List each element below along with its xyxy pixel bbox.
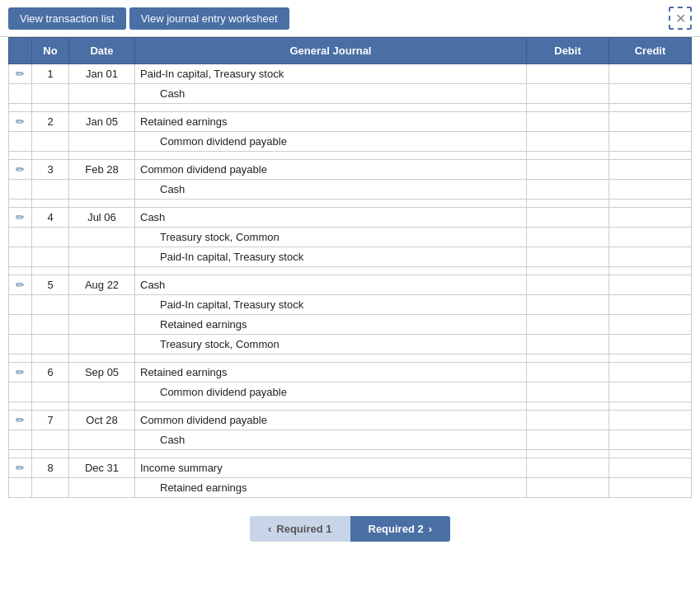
journal-entry: Cash bbox=[135, 84, 527, 104]
debit-cell[interactable] bbox=[527, 335, 609, 354]
credit-cell[interactable] bbox=[609, 247, 692, 267]
credit-cell[interactable] bbox=[609, 132, 692, 152]
spacer-cell bbox=[9, 200, 32, 208]
row-number: 7 bbox=[32, 411, 69, 430]
prev-button[interactable]: ‹ Required 1 bbox=[250, 516, 350, 542]
col-header-edit bbox=[9, 38, 32, 64]
pencil-icon[interactable]: ✏ bbox=[16, 279, 25, 291]
debit-cell[interactable] bbox=[527, 383, 609, 402]
row-number: 2 bbox=[32, 112, 69, 132]
debit-cell[interactable] bbox=[527, 315, 609, 335]
debit-cell[interactable] bbox=[527, 411, 609, 430]
debit-cell[interactable] bbox=[527, 84, 609, 104]
table-row: Cash bbox=[9, 180, 692, 200]
pencil-icon[interactable]: ✏ bbox=[16, 163, 25, 176]
credit-cell[interactable] bbox=[609, 411, 692, 430]
spacer-cell bbox=[609, 354, 692, 363]
close-icon: ✕ bbox=[675, 11, 686, 26]
credit-cell[interactable] bbox=[609, 478, 692, 498]
debit-cell[interactable] bbox=[527, 430, 609, 450]
spacer-cell bbox=[9, 104, 32, 112]
credit-cell[interactable] bbox=[609, 208, 692, 228]
empty-edit-cell bbox=[9, 295, 32, 315]
row-date: Jul 06 bbox=[69, 208, 135, 228]
row-date: Feb 28 bbox=[69, 160, 135, 180]
col-header-journal: General Journal bbox=[135, 38, 527, 64]
pencil-icon[interactable]: ✏ bbox=[16, 68, 25, 80]
row-date: Oct 28 bbox=[69, 411, 135, 430]
empty-edit-cell bbox=[9, 132, 32, 152]
edit-icon[interactable]: ✏ bbox=[9, 112, 32, 132]
journal-entry: Treasury stock, Common bbox=[135, 228, 527, 247]
journal-entry: Treasury stock, Common bbox=[135, 335, 527, 354]
spacer-cell bbox=[527, 354, 609, 363]
pagination-footer: ‹ Required 1 Required 2 › bbox=[0, 506, 700, 552]
empty-edit-cell bbox=[9, 315, 32, 335]
view-journal-button[interactable]: View journal entry worksheet bbox=[129, 7, 289, 30]
debit-cell[interactable] bbox=[527, 478, 609, 498]
next-button[interactable]: Required 2 › bbox=[350, 516, 451, 542]
journal-entry: Cash bbox=[135, 430, 527, 450]
edit-icon[interactable]: ✏ bbox=[9, 160, 32, 180]
edit-icon[interactable]: ✏ bbox=[9, 458, 32, 478]
col-header-date: Date bbox=[69, 38, 135, 64]
debit-cell[interactable] bbox=[527, 64, 609, 84]
row-date bbox=[69, 132, 135, 152]
journal-entry: Paid-In capital, Treasury stock bbox=[135, 295, 527, 315]
credit-cell[interactable] bbox=[609, 228, 692, 247]
spacer-cell bbox=[609, 200, 692, 208]
edit-icon[interactable]: ✏ bbox=[9, 411, 32, 430]
credit-cell[interactable] bbox=[609, 275, 692, 295]
edit-icon[interactable]: ✏ bbox=[9, 363, 32, 383]
debit-cell[interactable] bbox=[527, 275, 609, 295]
pencil-icon[interactable]: ✏ bbox=[16, 366, 25, 378]
credit-cell[interactable] bbox=[609, 84, 692, 104]
credit-cell[interactable] bbox=[609, 295, 692, 315]
spacer-row bbox=[9, 267, 692, 275]
table-row: ✏1Jan 01Paid-In capital, Treasury stock bbox=[9, 64, 692, 84]
view-transaction-button[interactable]: View transaction list bbox=[8, 7, 126, 30]
credit-cell[interactable] bbox=[609, 64, 692, 84]
prev-label: Required 1 bbox=[276, 523, 331, 535]
row-number bbox=[32, 430, 69, 450]
spacer-cell bbox=[609, 267, 692, 275]
credit-cell[interactable] bbox=[609, 383, 692, 402]
credit-cell[interactable] bbox=[609, 180, 692, 200]
pencil-icon[interactable]: ✏ bbox=[16, 211, 25, 223]
credit-cell[interactable] bbox=[609, 315, 692, 335]
spacer-cell bbox=[609, 450, 692, 458]
credit-cell[interactable] bbox=[609, 458, 692, 478]
debit-cell[interactable] bbox=[527, 132, 609, 152]
debit-cell[interactable] bbox=[527, 295, 609, 315]
credit-cell[interactable] bbox=[609, 430, 692, 450]
close-button[interactable]: ✕ bbox=[669, 7, 692, 30]
row-number: 6 bbox=[32, 363, 69, 383]
debit-cell[interactable] bbox=[527, 458, 609, 478]
table-row: ✏2Jan 05Retained earnings bbox=[9, 112, 692, 132]
credit-cell[interactable] bbox=[609, 160, 692, 180]
credit-cell[interactable] bbox=[609, 363, 692, 383]
debit-cell[interactable] bbox=[527, 363, 609, 383]
spacer-cell bbox=[32, 267, 69, 275]
credit-cell[interactable] bbox=[609, 335, 692, 354]
empty-edit-cell bbox=[9, 247, 32, 267]
debit-cell[interactable] bbox=[527, 180, 609, 200]
debit-cell[interactable] bbox=[527, 247, 609, 267]
table-row: Retained earnings bbox=[9, 478, 692, 498]
debit-cell[interactable] bbox=[527, 112, 609, 132]
row-number: 8 bbox=[32, 458, 69, 478]
edit-icon[interactable]: ✏ bbox=[9, 208, 32, 228]
debit-cell[interactable] bbox=[527, 208, 609, 228]
pencil-icon[interactable]: ✏ bbox=[16, 115, 25, 128]
debit-cell[interactable] bbox=[527, 228, 609, 247]
pencil-icon[interactable]: ✏ bbox=[16, 462, 25, 474]
spacer-cell bbox=[135, 104, 527, 112]
edit-icon[interactable]: ✏ bbox=[9, 64, 32, 84]
journal-entry: Cash bbox=[135, 208, 527, 228]
edit-icon[interactable]: ✏ bbox=[9, 275, 32, 295]
pencil-icon[interactable]: ✏ bbox=[16, 414, 25, 426]
spacer-cell bbox=[69, 450, 135, 458]
row-date bbox=[69, 478, 135, 498]
debit-cell[interactable] bbox=[527, 160, 609, 180]
credit-cell[interactable] bbox=[609, 112, 692, 132]
